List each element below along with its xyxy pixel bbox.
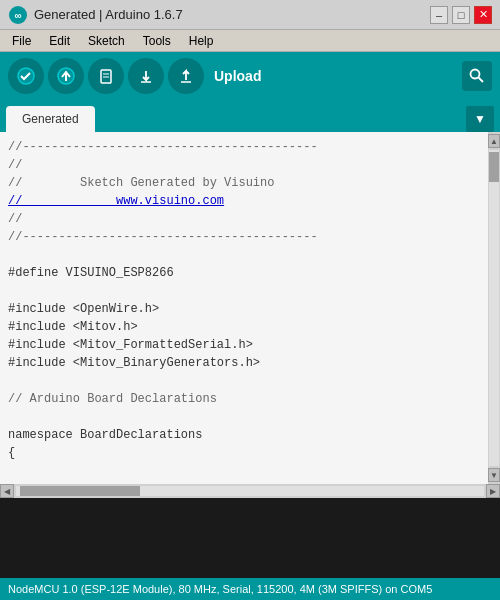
main-window: ∞ Generated | Arduino 1.6.7 – □ ✕ File E…: [0, 0, 500, 600]
status-bar: NodeMCU 1.0 (ESP-12E Module), 80 MHz, Se…: [0, 578, 500, 600]
code-line: //--------------------------------------…: [8, 138, 480, 156]
scroll-left-arrow[interactable]: ◀: [0, 484, 14, 498]
verify-button[interactable]: [8, 58, 44, 94]
horizontal-scrollbar[interactable]: ◀ ▶: [0, 484, 500, 498]
console-area: [0, 498, 500, 578]
code-line: //--------------------------------------…: [8, 228, 480, 246]
code-line: //: [8, 156, 480, 174]
toolbar: Upload: [0, 52, 500, 100]
scroll-thumb-vertical[interactable]: [489, 152, 499, 182]
minimize-button[interactable]: –: [430, 6, 448, 24]
tab-dropdown-button[interactable]: ▼: [466, 106, 494, 132]
tab-generated[interactable]: Generated: [6, 106, 95, 132]
upload-label: Upload: [214, 68, 458, 84]
svg-text:∞: ∞: [14, 10, 21, 21]
upload-arrow-icon: [57, 67, 75, 85]
code-line: [8, 372, 480, 390]
code-line: {: [8, 444, 480, 462]
code-line: #include <Mitov_BinaryGenerators.h>: [8, 354, 480, 372]
open-file-icon: [137, 67, 155, 85]
tab-bar: Generated ▼: [0, 100, 500, 132]
title-controls: – □ ✕: [430, 6, 492, 24]
window-title: Generated | Arduino 1.6.7: [34, 7, 183, 22]
search-icon: [469, 68, 485, 84]
code-editor[interactable]: //--------------------------------------…: [0, 132, 488, 484]
code-line: #include <OpenWire.h>: [8, 300, 480, 318]
save-button[interactable]: [168, 58, 204, 94]
code-line: [8, 282, 480, 300]
maximize-button[interactable]: □: [452, 6, 470, 24]
title-left: ∞ Generated | Arduino 1.6.7: [8, 5, 183, 25]
menu-tools[interactable]: Tools: [135, 32, 179, 50]
svg-point-10: [471, 70, 480, 79]
arduino-logo-icon: ∞: [8, 5, 28, 25]
close-button[interactable]: ✕: [474, 6, 492, 24]
new-file-icon: [97, 67, 115, 85]
search-button[interactable]: [462, 61, 492, 91]
open-button[interactable]: [128, 58, 164, 94]
menu-help[interactable]: Help: [181, 32, 222, 50]
code-line: #include <Mitov_FormattedSerial.h>: [8, 336, 480, 354]
new-button[interactable]: [88, 58, 124, 94]
menu-file[interactable]: File: [4, 32, 39, 50]
status-text: NodeMCU 1.0 (ESP-12E Module), 80 MHz, Se…: [8, 583, 432, 595]
editor-inner: //--------------------------------------…: [0, 132, 500, 484]
scroll-up-arrow[interactable]: ▲: [488, 134, 500, 148]
code-line: // Arduino Board Declarations: [8, 390, 480, 408]
scroll-track-horizontal[interactable]: [16, 486, 484, 496]
code-line: // Sketch Generated by Visuino: [8, 174, 480, 192]
code-line: [8, 408, 480, 426]
code-line: // www.visuino.com: [8, 192, 480, 210]
scroll-track-vertical[interactable]: [489, 150, 499, 466]
verify-icon: [17, 67, 35, 85]
svg-line-11: [479, 78, 484, 83]
menu-edit[interactable]: Edit: [41, 32, 78, 50]
title-bar: ∞ Generated | Arduino 1.6.7 – □ ✕: [0, 0, 500, 30]
scroll-down-arrow[interactable]: ▼: [488, 468, 500, 482]
vertical-scrollbar[interactable]: ▲ ▼: [488, 132, 500, 484]
menu-sketch[interactable]: Sketch: [80, 32, 133, 50]
code-line: namespace BoardDeclarations: [8, 426, 480, 444]
menu-bar: File Edit Sketch Tools Help: [0, 30, 500, 52]
scroll-thumb-horizontal[interactable]: [20, 486, 140, 496]
code-line: #define VISUINO_ESP8266: [8, 264, 480, 282]
code-line: //: [8, 210, 480, 228]
code-line: #include <Mitov.h>: [8, 318, 480, 336]
scroll-right-arrow[interactable]: ▶: [486, 484, 500, 498]
save-file-icon: [177, 67, 195, 85]
upload-button[interactable]: [48, 58, 84, 94]
editor-wrapper: //--------------------------------------…: [0, 132, 500, 498]
code-line: [8, 246, 480, 264]
